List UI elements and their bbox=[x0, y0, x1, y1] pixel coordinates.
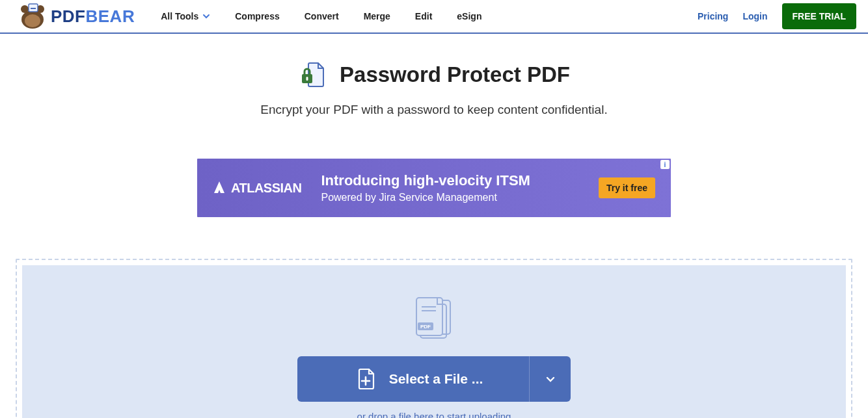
free-trial-button[interactable]: FREE TRIAL bbox=[782, 3, 856, 29]
nav-edit[interactable]: Edit bbox=[415, 11, 432, 21]
ad-text: Introducing high-velocity ITSM Powered b… bbox=[321, 171, 599, 204]
ad-subline: Powered by Jira Service Management bbox=[321, 190, 599, 205]
bear-icon bbox=[18, 3, 47, 30]
nav-all-tools[interactable]: All Tools bbox=[161, 11, 210, 21]
pricing-link[interactable]: Pricing bbox=[698, 11, 728, 21]
select-file-group: Select a File ... bbox=[297, 356, 571, 402]
page-subtitle: Encrypt your PDF with a password to keep… bbox=[0, 103, 868, 117]
header: PDFBEAR All Tools Compress Convert Merge… bbox=[0, 0, 868, 34]
dropzone-outer: PDF Select a File ... or drop a file her… bbox=[16, 259, 852, 418]
select-file-label: Select a File ... bbox=[389, 371, 483, 387]
file-add-icon bbox=[357, 368, 376, 390]
page-title: Password Protect PDF bbox=[340, 62, 570, 87]
login-link[interactable]: Login bbox=[742, 11, 767, 21]
svg-text:PDF: PDF bbox=[420, 324, 431, 330]
select-file-menu-button[interactable] bbox=[529, 356, 571, 402]
ad-banner[interactable]: ATLASSIAN Introducing high-velocity ITSM… bbox=[197, 159, 671, 217]
logo[interactable]: PDFBEAR bbox=[18, 3, 135, 30]
nav-esign[interactable]: eSign bbox=[457, 11, 481, 21]
atlassian-logo-icon bbox=[213, 181, 226, 194]
pdf-stack-icon: PDF bbox=[410, 295, 458, 342]
svg-point-1 bbox=[25, 14, 40, 27]
logo-text: PDFBEAR bbox=[51, 7, 135, 27]
hero-title-row: Password Protect PDF bbox=[298, 60, 570, 90]
nav-convert[interactable]: Convert bbox=[305, 11, 339, 21]
hero: Password Protect PDF Encrypt your PDF wi… bbox=[0, 34, 868, 134]
ad-brand: ATLASSIAN bbox=[213, 181, 301, 196]
svg-rect-7 bbox=[306, 77, 308, 81]
main-nav: All Tools Compress Convert Merge Edit eS… bbox=[161, 11, 698, 21]
lock-file-icon bbox=[298, 60, 328, 90]
svg-point-2 bbox=[21, 5, 29, 13]
ad-info-icon[interactable]: i bbox=[660, 160, 670, 169]
svg-rect-5 bbox=[31, 8, 36, 9]
nav-compress[interactable]: Compress bbox=[235, 11, 279, 21]
chevron-down-icon bbox=[202, 12, 210, 20]
drop-hint: or drop a file here to start uploading bbox=[357, 411, 511, 418]
dropzone[interactable]: PDF Select a File ... or drop a file her… bbox=[22, 265, 846, 418]
right-nav: Pricing Login FREE TRIAL bbox=[698, 3, 856, 29]
ad-container: ATLASSIAN Introducing high-velocity ITSM… bbox=[0, 159, 868, 217]
chevron-down-icon bbox=[545, 373, 556, 385]
ad-headline: Introducing high-velocity ITSM bbox=[321, 171, 599, 190]
select-file-button[interactable]: Select a File ... bbox=[297, 356, 529, 402]
nav-merge[interactable]: Merge bbox=[364, 11, 390, 21]
ad-cta-button[interactable]: Try it free bbox=[599, 177, 655, 198]
ad-brand-text: ATLASSIAN bbox=[231, 181, 301, 196]
nav-label: All Tools bbox=[161, 11, 198, 21]
